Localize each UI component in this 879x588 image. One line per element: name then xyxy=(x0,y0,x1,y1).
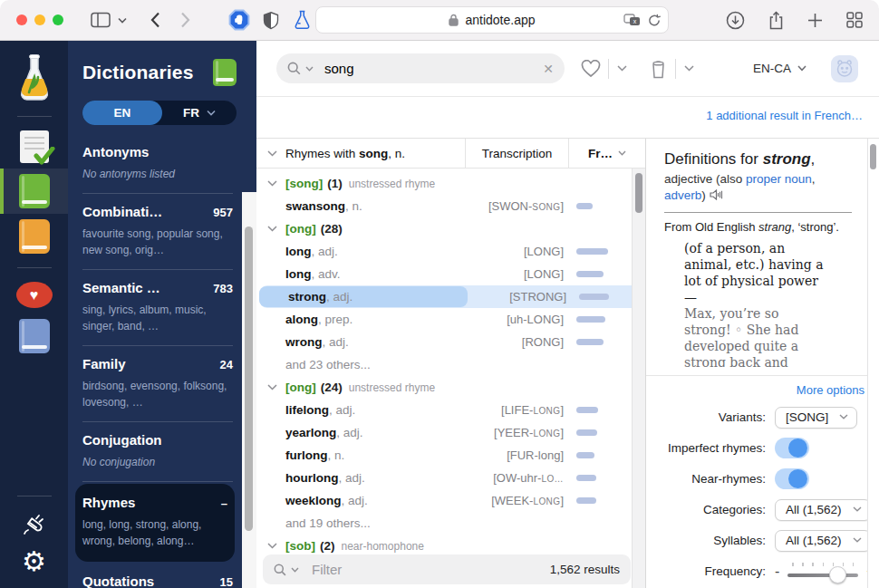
trash-icon[interactable] xyxy=(650,60,667,79)
new-tab-icon[interactable] xyxy=(807,13,823,28)
history-chevron-icon[interactable] xyxy=(684,65,694,72)
transcription-cell: [WEEK-LONG] xyxy=(465,494,569,507)
sidebar-scrollbar[interactable] xyxy=(242,192,256,588)
dictionaries-module-button[interactable] xyxy=(0,169,68,214)
frequency-slider-group: -+ xyxy=(775,562,875,582)
shield-icon[interactable] xyxy=(262,10,280,31)
chevron-down-icon[interactable] xyxy=(118,17,127,24)
antidote-flask-icon[interactable] xyxy=(294,10,311,30)
rhyme-row[interactable]: wrong, adj.[RONG] xyxy=(256,331,645,353)
forward-button[interactable] xyxy=(180,12,190,28)
dict-nav-combinati[interactable]: Combinati…957favourite song, popular son… xyxy=(82,194,233,270)
rhyme-row[interactable]: long, adj.[LONG] xyxy=(256,240,645,263)
dict-nav-family[interactable]: Family24birdsong, evensong, folksong, lo… xyxy=(82,346,233,422)
more-options-link[interactable]: More options xyxy=(646,376,879,400)
chevron-down-icon[interactable] xyxy=(291,567,299,573)
translate-icon[interactable]: x xyxy=(623,14,641,27)
option-row-variants: Variants:[SONG] xyxy=(646,406,879,429)
language-selector[interactable]: EN-CA xyxy=(753,62,807,75)
more-rows-link[interactable]: and 19 others... xyxy=(256,512,645,535)
word-pos: , n. xyxy=(328,448,345,462)
frequency-minus-button[interactable]: - xyxy=(775,564,779,580)
additional-results-link[interactable]: 1 additional result in French… xyxy=(706,109,863,122)
zoom-window-button[interactable] xyxy=(53,14,63,25)
filter-input[interactable]: Filter 1,562 results xyxy=(263,554,631,584)
settings-button[interactable]: ⚙ xyxy=(0,543,68,588)
rhyme-group-header[interactable]: [ong](28) xyxy=(256,217,645,240)
content-blocker-icon[interactable] xyxy=(228,9,250,31)
nav-item-subtitle: long, long, strong, along, wrong, belong… xyxy=(82,516,227,549)
collapse-all-chevron-icon[interactable] xyxy=(267,150,277,157)
dict-nav-semantic[interactable]: Semantic …783sing, lyrics, album, music,… xyxy=(82,270,233,346)
tab-overview-icon[interactable] xyxy=(846,12,863,28)
word-pos: , adj. xyxy=(342,494,368,507)
downloads-icon[interactable] xyxy=(726,11,745,30)
nav-item-count: – xyxy=(221,496,227,510)
minimize-window-button[interactable] xyxy=(34,14,45,25)
close-window-button[interactable] xyxy=(16,14,27,25)
word-text: long xyxy=(285,245,312,258)
toggle-knob xyxy=(788,469,807,488)
rhyme-row[interactable]: along, prep.[uh-LONG] xyxy=(256,308,645,331)
rhyme-row[interactable]: long, adv.[LONG] xyxy=(256,263,645,285)
dict-nav-conjugation[interactable]: ConjugationNo conjugation xyxy=(82,422,233,482)
frequency-slider[interactable] xyxy=(787,562,858,582)
table-scrollbar[interactable] xyxy=(632,169,645,588)
favorite-heart-icon[interactable] xyxy=(581,60,601,78)
account-avatar[interactable] xyxy=(831,55,858,82)
group-chevron-icon[interactable] xyxy=(267,384,277,390)
adverb-link[interactable]: adverb xyxy=(664,188,701,202)
group-note: unstressed rhyme xyxy=(349,178,435,190)
dict-nav-rhymes[interactable]: Rhymes–long, long, strong, along, wrong,… xyxy=(75,484,235,562)
chevron-down-icon xyxy=(839,414,848,419)
rhyme-group-header[interactable]: [song](1)unstressed rhyme xyxy=(256,172,645,195)
reload-icon[interactable] xyxy=(648,14,661,27)
custom-dictionary-module-button[interactable] xyxy=(0,313,68,359)
imperfect-rhymes-toggle[interactable] xyxy=(775,438,809,458)
slider-knob[interactable] xyxy=(829,566,846,583)
favorites-chevron-icon[interactable] xyxy=(617,65,627,72)
rhyme-row[interactable]: swansong, n.[SWON-SONG] xyxy=(256,195,645,217)
categories-dropdown[interactable]: All (1,562) xyxy=(775,499,871,521)
chevron-down-icon[interactable] xyxy=(305,66,314,72)
rhymes-rows: [song](1)unstressed rhymeswansong, n.[SW… xyxy=(256,169,645,557)
sidebar-toggle-icon[interactable] xyxy=(91,12,111,28)
rhyme-row[interactable]: furlong, n.[FUR-long] xyxy=(256,444,645,467)
corrector-module-button[interactable] xyxy=(0,125,68,169)
lang-tab-fr[interactable]: FR xyxy=(162,106,237,120)
rhyme-options: Variants:[SONG]Imperfect rhymes:Near-rhy… xyxy=(646,400,879,583)
clear-search-icon[interactable]: ✕ xyxy=(543,62,554,76)
rhyme-row[interactable]: lifelong, adj.[LIFE-LONG] xyxy=(256,399,645,421)
rhyme-row-selected[interactable]: strong, adj.[STRONG] xyxy=(259,285,642,308)
column-frequency[interactable]: Fr… xyxy=(569,147,645,160)
antidote-logo xyxy=(0,48,68,108)
back-button[interactable] xyxy=(150,12,160,28)
rhyme-row[interactable]: yearlong, adj.[YEER-LONG] xyxy=(256,421,645,444)
proper-noun-link[interactable]: proper noun xyxy=(746,172,812,186)
lang-tab-en[interactable]: EN xyxy=(82,101,162,125)
favorites-module-button[interactable]: ♥ xyxy=(0,276,68,313)
rhyme-row[interactable]: hourlong, adj.[OW-uhr-LO… xyxy=(256,467,645,489)
connectors-button[interactable] xyxy=(0,505,68,543)
group-note: near-homophone xyxy=(342,540,424,553)
rhyme-group-header[interactable]: [ong](24)unstressed rhyme xyxy=(256,376,645,399)
address-bar[interactable]: antidote.app x xyxy=(315,6,669,34)
definitions-scrollbar[interactable] xyxy=(867,139,879,588)
variants-dropdown[interactable]: [SONG] xyxy=(775,407,857,429)
url-text: antidote.app xyxy=(465,13,535,27)
near-rhymes-toggle[interactable] xyxy=(775,468,809,489)
chevron-down-icon xyxy=(797,65,807,72)
rhyme-row[interactable]: weeklong, adj.[WEEK-LONG] xyxy=(256,489,645,512)
guides-module-button[interactable] xyxy=(0,214,68,259)
syllables-dropdown[interactable]: All (1,562) xyxy=(775,530,871,552)
search-input[interactable]: song ✕ xyxy=(276,53,565,83)
rhymes-table: Rhymes with song, n. Transcription Fr… [… xyxy=(256,139,645,588)
group-chevron-icon[interactable] xyxy=(267,543,277,549)
share-icon[interactable] xyxy=(768,11,784,30)
group-chevron-icon[interactable] xyxy=(267,226,277,232)
dict-nav-quotations[interactable]: Quotations15 xyxy=(82,564,233,588)
dict-nav-antonyms[interactable]: AntonymsNo antonyms listed xyxy=(82,134,233,194)
more-rows-link[interactable]: and 23 others... xyxy=(256,353,645,376)
group-chevron-icon[interactable] xyxy=(267,180,277,187)
speaker-icon[interactable] xyxy=(710,189,723,200)
